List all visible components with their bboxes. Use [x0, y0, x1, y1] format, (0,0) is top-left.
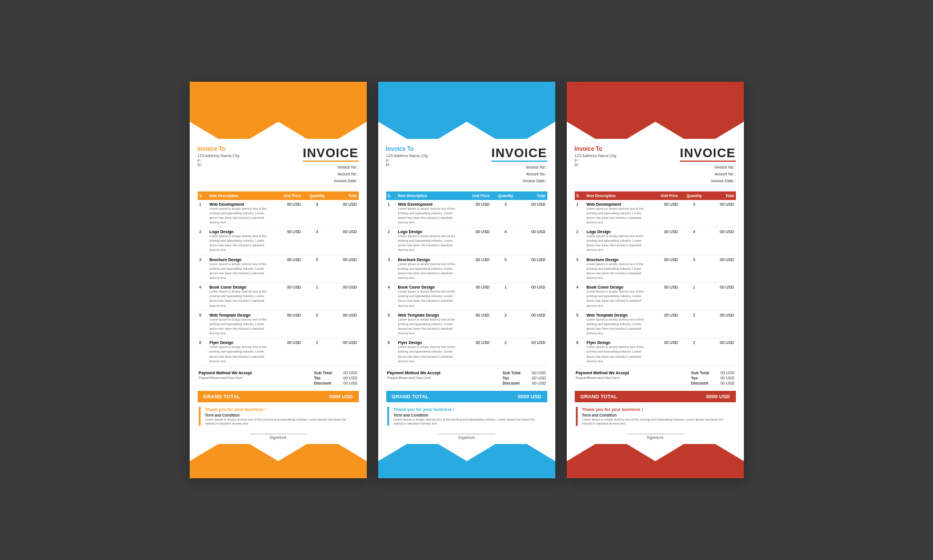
item-desc: Lorem Ipsum is simply dummy text of the …	[587, 290, 644, 307]
invoice-body: Invoice To 123 Address Name,City P : M :…	[190, 139, 367, 444]
item-name: Book Cover Design	[210, 285, 269, 289]
payment-left: Payment Method We Accept Paypal,Masercar…	[576, 371, 629, 386]
row-quantity: 4	[680, 227, 708, 255]
row-number: 4	[198, 283, 208, 311]
item-name: Web Template Design	[398, 313, 458, 317]
signature-label: Siganture	[198, 435, 359, 439]
row-total: 00 USD	[520, 310, 547, 338]
table-row: 3 Brochure Design Lorem Ipsum is simply …	[198, 255, 359, 283]
header-chevron-center	[438, 122, 495, 139]
footer-chevron-left	[190, 444, 218, 461]
table-row: 1 Web Development Lorem Ipsum is simply …	[386, 200, 547, 227]
item-desc: Lorem Ipsum is simply dummy text of the …	[210, 262, 267, 279]
row-unit-price: 00 USD	[459, 227, 491, 255]
row-number: 1	[198, 200, 208, 227]
payment-section: Payment Method We Accept Paypal,Masercar…	[386, 371, 547, 386]
header-chevron-center	[627, 122, 684, 139]
row-total: 00 USD	[331, 283, 358, 311]
subtotal-row: Sub Total 00 USD	[691, 371, 735, 375]
thank-you-section: Thank you for your business ! Term and C…	[575, 407, 736, 426]
table-column-header: Quantity	[680, 191, 708, 200]
invoice-to-address: 123 Address Name,City	[198, 154, 240, 158]
row-description: Book Cover Design Lorem Ipsum is simply …	[585, 283, 648, 311]
subtotal-label: Sub Total	[314, 371, 332, 375]
term-desc: Lorem Ipsum is simply dummy text of the …	[582, 418, 735, 426]
row-number: 5	[386, 310, 397, 338]
table-column-header: Total	[520, 191, 547, 200]
term-desc: Lorem Ipsum is simply dummy text of the …	[205, 418, 358, 426]
invoice-header	[567, 82, 744, 139]
invoice-meta: Invoice No : Acount No : Invoice Date :	[491, 164, 547, 185]
invoice-title-block: INVOICE Invoice No : Acount No : Invoice…	[680, 146, 735, 185]
discount-label: Discount	[691, 381, 708, 385]
invoice-date: Invoice Date :	[491, 178, 547, 185]
discount-label: Discount	[314, 381, 331, 385]
item-desc: Lorem Ipsum is simply dummy text of the …	[398, 345, 455, 362]
row-unit-price: 00 USD	[459, 310, 491, 338]
invoice-card-orange: Invoice To 123 Address Name,City P : M :…	[190, 82, 367, 478]
payment-section: Payment Method We Accept Paypal,Masercar…	[575, 371, 736, 386]
thank-you-content: Thank you for your business ! Term and C…	[582, 407, 735, 426]
totals-right: Sub Total 00 USD Tax 00 USD Discount 00 …	[314, 371, 358, 386]
payment-method-title: Payment Method We Accept	[576, 371, 629, 375]
footer-chevron-right	[338, 444, 367, 461]
row-total: 00 USD	[708, 338, 735, 366]
invoice-to-address: 123 Address Name,City	[386, 154, 429, 158]
row-unit-price: 00 USD	[648, 310, 680, 338]
row-unit-price: 00 USD	[271, 310, 303, 338]
table-row: 5 Web Template Design Lorem Ipsum is sim…	[575, 310, 736, 338]
row-description: Logo Design Lorem Ipsum is simply dummy …	[585, 227, 648, 255]
row-quantity: 5	[680, 255, 708, 283]
row-description: Brochure Design Lorem Ipsum is simply du…	[397, 255, 459, 283]
footer-chevron-left	[378, 444, 407, 461]
row-total: 00 USD	[708, 255, 735, 283]
invoice-footer	[190, 444, 367, 478]
row-total: 00 USD	[331, 255, 358, 283]
row-description: Web Development Lorem Ipsum is simply du…	[208, 200, 271, 227]
payment-left: Payment Method We Accept Paypal,Masercar…	[387, 371, 441, 386]
signature-label: Siganture	[386, 435, 547, 439]
discount-row: Discount 00 USD	[691, 381, 735, 385]
row-number: 2	[386, 227, 397, 255]
row-unit-price: 00 USD	[648, 255, 680, 283]
item-name: Logo Design	[210, 230, 269, 234]
row-quantity: 1	[680, 283, 708, 311]
thank-you-content: Thank you for your business ! Term and C…	[394, 407, 546, 426]
invoice-table: S.Item DescriptionUnit PriceQuantityTota…	[575, 191, 736, 366]
signature-line	[438, 434, 495, 434]
row-total: 00 USD	[708, 310, 735, 338]
grand-total-label: GRAND TOTAL	[203, 394, 241, 399]
subtotal-value: 00 USD	[532, 371, 546, 375]
row-number: 2	[575, 227, 585, 255]
table-column-header: Quantity	[303, 191, 331, 200]
invoice-no: Invoice No :	[680, 164, 735, 171]
table-column-header: Quantity	[491, 191, 520, 200]
invoice-card-red: Invoice To 123 Address Name,City P : M :…	[567, 82, 744, 478]
table-row: 5 Web Template Design Lorem Ipsum is sim…	[386, 310, 547, 338]
grand-total-label: GRAND TOTAL	[580, 394, 618, 399]
invoice-top-section: Invoice To 123 Address Name,City P : M :…	[198, 146, 359, 185]
invoice-card-blue: Invoice To 123 Address Name,City P : M :…	[378, 82, 555, 478]
row-unit-price: 00 USD	[459, 283, 491, 311]
header-chevron-right	[338, 122, 367, 139]
item-name: Logo Design	[587, 230, 646, 234]
row-quantity: 4	[491, 227, 520, 255]
tax-label: Tax	[503, 376, 510, 380]
subtotal-value: 00 USD	[720, 371, 735, 375]
table-column-header: Unit Price	[459, 191, 491, 200]
invoice-to-block: Invoice To 123 Address Name,City P : M :	[198, 146, 240, 167]
footer-chevron-right	[715, 444, 744, 461]
term-title: Term and Condition	[582, 413, 735, 417]
invoice-to-m: M :	[575, 163, 617, 167]
invoice-footer	[567, 444, 744, 478]
table-column-header: Total	[708, 191, 735, 200]
row-unit-price: 00 USD	[648, 338, 680, 366]
tax-value: 00 USD	[343, 376, 358, 380]
row-total: 00 USD	[331, 338, 358, 366]
row-description: Flyer Design Lorem Ipsum is simply dummy…	[585, 338, 648, 366]
row-unit-price: 00 USD	[271, 200, 303, 227]
item-desc: Lorem Ipsum is simply dummy text of the …	[210, 234, 267, 251]
row-quantity: 5	[491, 255, 520, 283]
signature-line	[627, 434, 684, 434]
row-quantity: 3	[491, 200, 520, 227]
